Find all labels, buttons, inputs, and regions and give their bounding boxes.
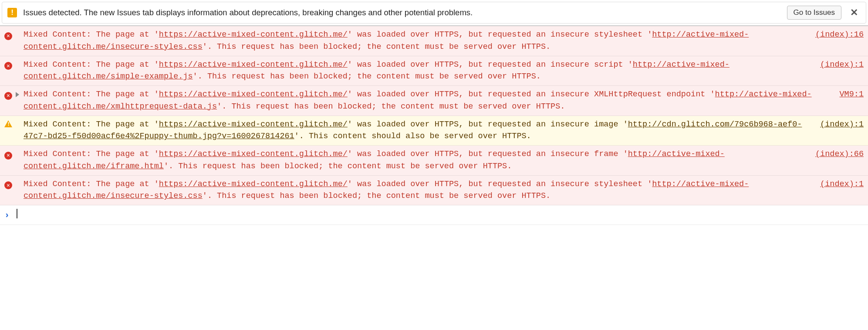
- issues-notification-bar: ! Issues detected. The new Issues tab di…: [2, 2, 866, 24]
- source-link[interactable]: (index):1: [811, 59, 864, 71]
- source-link[interactable]: VM9:1: [831, 88, 864, 101]
- console-message-text: Mixed Content: The page at 'https://acti…: [24, 178, 811, 203]
- close-icon[interactable]: ✕: [848, 7, 861, 18]
- warning-icon: [4, 120, 12, 127]
- error-icon: ✕: [4, 181, 12, 189]
- console-error-row: ✕Mixed Content: The page at 'https://act…: [0, 146, 868, 176]
- text-cursor: [17, 209, 17, 218]
- console-message-text: Mixed Content: The page at 'https://acti…: [24, 88, 831, 113]
- url-link[interactable]: https://active-mixed-content.glitch.me/: [159, 30, 348, 39]
- console-message-text: Mixed Content: The page at 'https://acti…: [24, 59, 811, 83]
- source-link[interactable]: (index):1: [811, 178, 864, 191]
- error-icon: ✕: [4, 92, 12, 100]
- url-link[interactable]: https://active-mixed-content.glitch.me/: [159, 120, 348, 129]
- console-message-text: Mixed Content: The page at 'https://acti…: [24, 148, 807, 173]
- url-link[interactable]: https://active-mixed-content.glitch.me/: [159, 60, 348, 69]
- url-link[interactable]: https://active-mixed-content.glitch.me/: [159, 150, 348, 159]
- error-icon: ✕: [4, 62, 12, 70]
- source-link[interactable]: (index):16: [807, 29, 864, 41]
- issues-message: Issues detected. The new Issues tab disp…: [23, 8, 781, 17]
- url-link[interactable]: https://active-mixed-content.glitch.me/: [159, 180, 348, 189]
- console-error-row: ✕Mixed Content: The page at 'https://act…: [0, 86, 868, 116]
- console-error-row: ✕Mixed Content: The page at 'https://act…: [0, 26, 868, 56]
- url-link[interactable]: https://active-mixed-content.glitch.me/: [159, 90, 348, 99]
- console-input[interactable]: [16, 208, 864, 220]
- go-to-issues-button[interactable]: Go to Issues: [787, 6, 841, 20]
- console-message-text: Mixed Content: The page at 'https://acti…: [24, 119, 811, 143]
- error-icon: ✕: [4, 32, 12, 40]
- console-log-panel: ✕Mixed Content: The page at 'https://act…: [0, 25, 868, 225]
- console-error-row: ✕Mixed Content: The page at 'https://act…: [0, 176, 868, 206]
- issues-alert-icon: !: [7, 8, 17, 17]
- expand-caret-icon[interactable]: [16, 92, 19, 97]
- source-link[interactable]: (index):66: [807, 148, 864, 160]
- console-message-text: Mixed Content: The page at 'https://acti…: [24, 29, 807, 53]
- source-link[interactable]: (index):1: [811, 119, 864, 131]
- console-input-row[interactable]: ›: [0, 205, 868, 225]
- error-icon: ✕: [4, 152, 12, 160]
- console-error-row: ✕Mixed Content: The page at 'https://act…: [0, 56, 868, 86]
- console-warn-row: Mixed Content: The page at 'https://acti…: [0, 116, 868, 146]
- prompt-chevron-icon: ›: [4, 208, 16, 222]
